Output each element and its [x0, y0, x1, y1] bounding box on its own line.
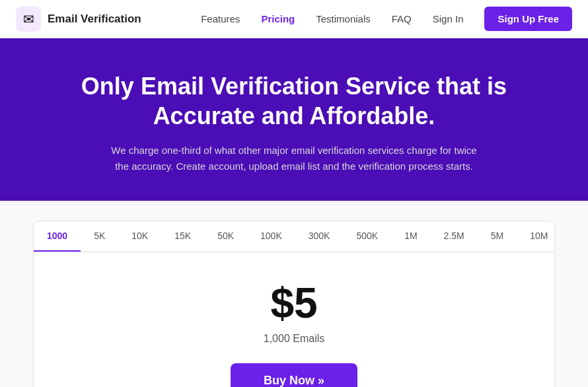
- pricing-tabs: 10005K10K15K50K100K300K500K1M2.5M5M10M: [34, 221, 554, 252]
- pricing-tab[interactable]: 500K: [343, 221, 391, 252]
- buy-button[interactable]: Buy Now »: [231, 363, 357, 387]
- pricing-tab[interactable]: 1000: [34, 221, 81, 252]
- pricing-tab[interactable]: 300K: [295, 221, 344, 252]
- pricing-tab[interactable]: 1M: [391, 221, 430, 252]
- navbar: ✉ Email Verification Features Pricing Te…: [0, 0, 588, 38]
- pricing-tab[interactable]: 100K: [247, 221, 295, 252]
- pricing-tab[interactable]: 2.5M: [431, 221, 478, 252]
- pricing-tab[interactable]: 15K: [161, 221, 204, 252]
- pricing-section: 10005K10K15K50K100K300K500K1M2.5M5M10M $…: [0, 201, 588, 387]
- price-display: $5 1,000 Emails Buy Now » One time prici…: [34, 252, 554, 387]
- pricing-tab[interactable]: 10M: [517, 221, 554, 252]
- hero-section: Only Email Verification Service that is …: [0, 38, 588, 201]
- logo-text: Email Verification: [48, 13, 141, 26]
- pricing-tab[interactable]: 5M: [478, 221, 517, 252]
- signup-button[interactable]: Sign Up Free: [484, 7, 572, 31]
- logo-icon: ✉: [16, 7, 41, 32]
- signin-link[interactable]: Sign In: [433, 13, 464, 24]
- nav-testimonials[interactable]: Testimonials: [316, 13, 371, 24]
- nav-features[interactable]: Features: [201, 13, 240, 24]
- price-emails-label: 1,000 Emails: [47, 333, 541, 345]
- pricing-tab[interactable]: 5K: [81, 221, 118, 252]
- hero-title: Only Email Verification Service that is …: [66, 71, 522, 131]
- nav-links: Features Pricing Testimonials FAQ Sign I…: [201, 7, 572, 31]
- nav-faq[interactable]: FAQ: [392, 13, 412, 24]
- logo: ✉ Email Verification: [16, 7, 141, 32]
- hero-subtitle: We charge one-third of what other major …: [109, 143, 479, 174]
- pricing-tab[interactable]: 50K: [204, 221, 247, 252]
- pricing-tab[interactable]: 10K: [118, 221, 161, 252]
- nav-pricing[interactable]: Pricing: [261, 13, 295, 24]
- price-amount: $5: [47, 279, 541, 328]
- pricing-card: 10005K10K15K50K100K300K500K1M2.5M5M10M $…: [33, 221, 555, 387]
